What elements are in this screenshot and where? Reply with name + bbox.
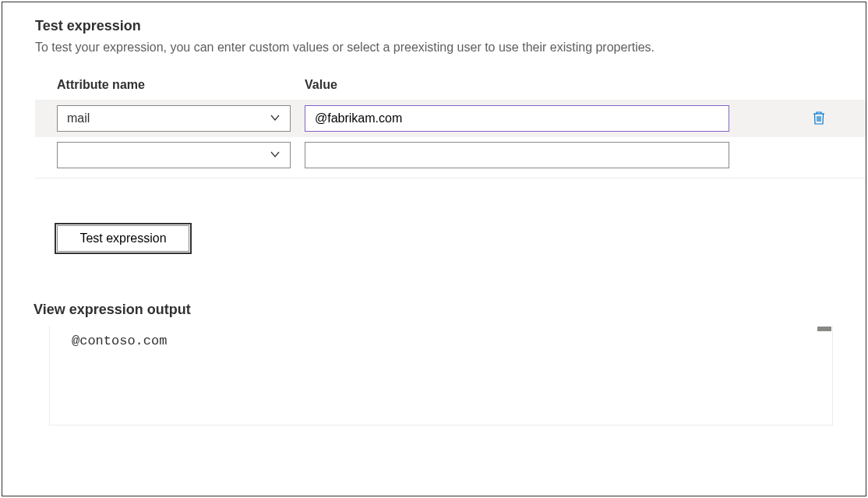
section-title: Test expression: [35, 18, 833, 34]
attribute-row: [57, 137, 833, 173]
chevron-down-icon: [270, 149, 281, 162]
test-expression-panel: Test expression To test your expression,…: [2, 2, 866, 496]
attribute-row: mail: [35, 100, 866, 137]
header-attribute-name: Attribute name: [57, 78, 305, 92]
output-text: @contoso.com: [72, 334, 167, 348]
attribute-section: Attribute name Value mail: [35, 78, 833, 252]
scrollbar[interactable]: [817, 327, 831, 331]
output-title: View expression output: [34, 302, 833, 318]
test-expression-button[interactable]: Test expression: [57, 225, 189, 252]
dropdown-selected-text: mail: [67, 111, 270, 125]
value-input[interactable]: [305, 105, 729, 132]
section-description: To test your expression, you can enter c…: [35, 41, 833, 55]
output-box[interactable]: @contoso.com: [49, 326, 833, 426]
column-headers: Attribute name Value: [57, 78, 833, 92]
value-input[interactable]: [305, 142, 729, 168]
divider: [35, 178, 866, 178]
chevron-down-icon: [270, 112, 281, 125]
attribute-dropdown[interactable]: [57, 142, 291, 168]
attribute-dropdown[interactable]: mail: [57, 105, 291, 132]
delete-row-button[interactable]: [805, 104, 833, 132]
trash-icon: [812, 110, 826, 128]
header-value: Value: [305, 78, 337, 92]
